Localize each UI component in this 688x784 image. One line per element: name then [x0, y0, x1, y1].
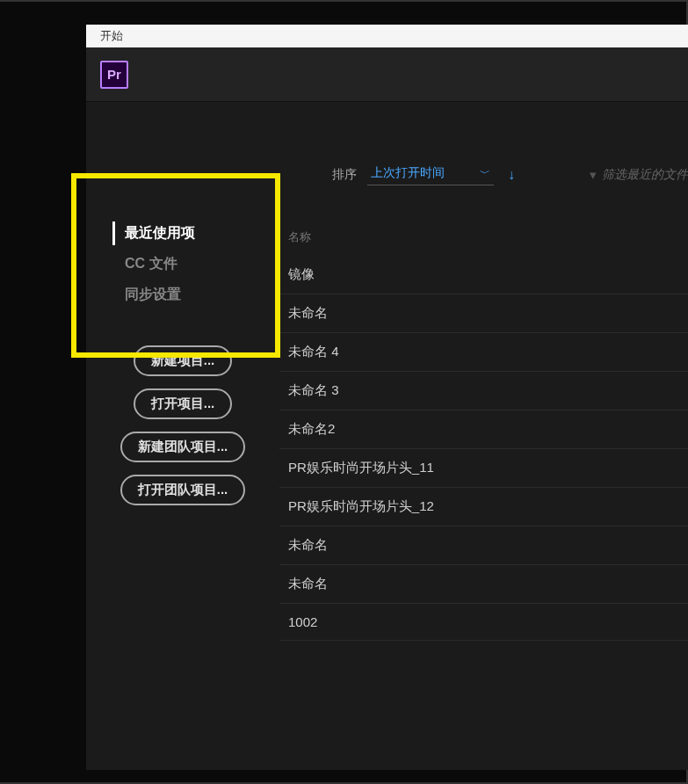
sort-row: 排序 上次打开时间 ﹀ ↓ ▾ 筛选最近的文件: [279, 163, 688, 185]
open-team-project-button[interactable]: 打开团队项目...: [120, 475, 246, 505]
list-item-name: 未命名: [288, 537, 328, 552]
sidebar-item-recent[interactable]: 最近使用项: [112, 221, 253, 245]
sidebar-item-sync-settings[interactable]: 同步设置: [112, 283, 253, 307]
list-item[interactable]: 未命名: [279, 294, 688, 333]
recent-list: 镜像 未命名 未命名 4 未命名 3 未命名2 PR娱乐时尚开场片头_11 PR…: [279, 256, 688, 641]
sidebar: 最近使用项 CC 文件 同步设置 新建项目... 打开项目... 新建团队项目.…: [86, 102, 279, 770]
list-item[interactable]: 未命名 3: [279, 372, 688, 410]
titlebar: 开始: [86, 25, 688, 47]
filter-placeholder: 筛选最近的文件: [602, 167, 688, 183]
sort-dropdown[interactable]: 上次打开时间 ﹀: [367, 163, 494, 185]
titlebar-label: 开始: [100, 28, 123, 44]
main-panel: 排序 上次打开时间 ﹀ ↓ ▾ 筛选最近的文件 名称 镜像 未命名 未命名 4 …: [279, 102, 688, 770]
list-item-name: PR娱乐时尚开场片头_11: [288, 460, 434, 475]
sort-label: 排序: [332, 167, 357, 183]
list-item-name: 未命名: [288, 576, 328, 591]
sidebar-item-label: 最近使用项: [125, 225, 195, 240]
chevron-down-icon: ﹀: [480, 166, 490, 181]
list-header-name: 名称: [279, 229, 688, 245]
list-item-name: 未命名2: [288, 421, 335, 436]
sort-direction-button[interactable]: ↓: [508, 167, 515, 183]
list-item[interactable]: 未命名: [279, 565, 688, 604]
sidebar-item-cc-files[interactable]: CC 文件: [112, 252, 253, 276]
list-item[interactable]: 未命名: [279, 526, 688, 565]
sort-value: 上次打开时间: [371, 165, 445, 181]
list-item-name: 未命名 3: [288, 382, 339, 397]
list-item-name: 未命名 4: [288, 344, 339, 359]
sidebar-actions: 新建项目... 打开项目... 新建团队项目... 打开团队项目...: [120, 345, 246, 505]
logo-row: Pr: [86, 47, 688, 102]
list-item[interactable]: 未命名 4: [279, 333, 688, 372]
app-logo-text: Pr: [107, 67, 121, 82]
list-item-name: PR娱乐时尚开场片头_12: [288, 498, 434, 513]
list-item-name: 镜像: [288, 266, 315, 281]
list-item-name: 1002: [288, 614, 317, 629]
new-project-button[interactable]: 新建项目...: [134, 345, 233, 376]
list-item[interactable]: PR娱乐时尚开场片头_12: [279, 488, 688, 526]
sidebar-nav: 最近使用项 CC 文件 同步设置: [112, 221, 253, 307]
app-logo-icon: Pr: [100, 61, 128, 89]
filter-area[interactable]: ▾ 筛选最近的文件: [590, 167, 688, 183]
list-item[interactable]: 1002: [279, 604, 688, 641]
start-window: 开始 Pr 最近使用项 CC 文件 同步设置 新建项目... 打开项目...: [86, 25, 688, 770]
new-team-project-button[interactable]: 新建团队项目...: [120, 432, 246, 462]
sidebar-item-label: CC 文件: [125, 256, 177, 271]
open-project-button[interactable]: 打开项目...: [134, 388, 233, 419]
filter-icon: ▾: [590, 167, 597, 183]
list-item[interactable]: 未命名2: [279, 410, 688, 449]
list-item[interactable]: 镜像: [279, 256, 688, 294]
list-item-name: 未命名: [288, 305, 328, 320]
list-item[interactable]: PR娱乐时尚开场片头_11: [279, 449, 688, 488]
content-area: 最近使用项 CC 文件 同步设置 新建项目... 打开项目... 新建团队项目.…: [86, 102, 688, 770]
sidebar-item-label: 同步设置: [125, 287, 181, 301]
